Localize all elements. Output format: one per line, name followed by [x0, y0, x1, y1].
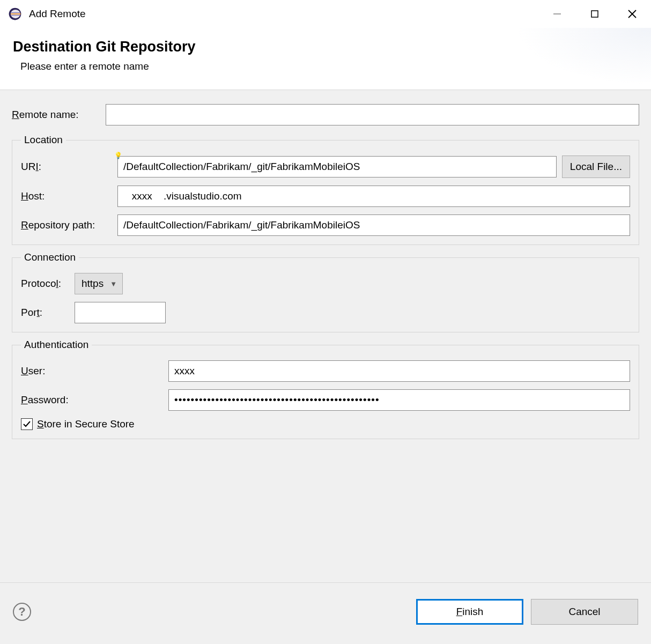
- uri-row: URI: 💡 Local File...: [21, 156, 630, 178]
- window-controls: [538, 0, 651, 28]
- repo-path-label: Repository path:: [21, 219, 117, 231]
- titlebar: Add Remote: [0, 0, 651, 28]
- remote-name-input[interactable]: [106, 104, 639, 125]
- cancel-button[interactable]: Cancel: [531, 599, 638, 625]
- chevron-down-icon: ▼: [110, 280, 117, 288]
- location-legend: Location: [21, 134, 66, 146]
- finish-button[interactable]: Finish: [416, 599, 523, 625]
- user-row: User:: [21, 360, 630, 382]
- remote-name-row: Remote name:: [12, 104, 639, 125]
- port-input[interactable]: [75, 302, 166, 323]
- remote-name-label: Remote name:: [12, 109, 106, 121]
- authentication-legend: Authentication: [21, 339, 92, 351]
- store-secure-label: Store in Secure Store: [37, 418, 135, 430]
- user-label: User:: [21, 365, 168, 377]
- authentication-group: Authentication User: Password: Store in …: [12, 339, 639, 439]
- password-input[interactable]: [168, 389, 630, 411]
- user-input[interactable]: [168, 360, 630, 382]
- protocol-row: Protocol: https ▼: [21, 273, 630, 294]
- port-row: Port:: [21, 302, 630, 323]
- protocol-select[interactable]: https ▼: [75, 273, 123, 294]
- host-row: Host:: [21, 186, 630, 207]
- password-label: Password:: [21, 394, 168, 406]
- local-file-button[interactable]: Local File...: [562, 156, 630, 178]
- repo-path-row: Repository path:: [21, 214, 630, 236]
- lightbulb-icon: 💡: [114, 152, 122, 159]
- repo-path-input[interactable]: [117, 214, 630, 236]
- dialog-header: Destination Git Repository Please enter …: [0, 28, 651, 90]
- port-label: Port:: [21, 307, 75, 319]
- page-subtitle: Please enter a remote name: [13, 61, 638, 72]
- close-button[interactable]: [613, 0, 651, 28]
- location-group: Location URI: 💡 Local File... Host: Repo…: [12, 134, 639, 245]
- protocol-value: https: [82, 278, 103, 290]
- host-label: Host:: [21, 190, 117, 202]
- minimize-button[interactable]: [538, 0, 576, 28]
- password-row: Password:: [21, 389, 630, 411]
- store-secure-row: Store in Secure Store: [21, 418, 630, 430]
- connection-group: Connection Protocol: https ▼ Port:: [12, 251, 639, 332]
- window-title: Add Remote: [29, 8, 86, 20]
- page-title: Destination Git Repository: [13, 39, 638, 55]
- help-icon[interactable]: ?: [13, 603, 31, 621]
- dialog-footer: ? Finish Cancel: [0, 582, 651, 644]
- uri-input[interactable]: [117, 156, 557, 177]
- dialog-content: Remote name: Location URI: 💡 Local File.…: [0, 90, 651, 582]
- svg-rect-3: [591, 11, 598, 17]
- connection-legend: Connection: [21, 251, 79, 263]
- eclipse-icon: [8, 6, 23, 21]
- host-input[interactable]: [117, 186, 630, 207]
- maximize-button[interactable]: [576, 0, 613, 28]
- protocol-label: Protocol:: [21, 278, 75, 290]
- store-secure-checkbox[interactable]: [21, 418, 33, 430]
- uri-label: URI:: [21, 161, 117, 173]
